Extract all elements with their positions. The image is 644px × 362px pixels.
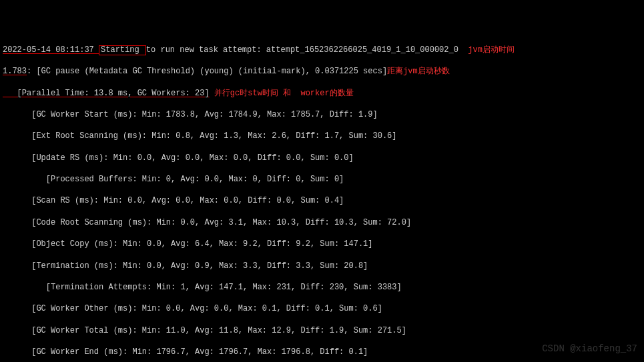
log-line: [Scan RS (ms): Min: 0.0, Avg: 0.0, Max: … bbox=[3, 195, 641, 206]
timestamp: 2022-05-14 08:11:37 bbox=[3, 45, 99, 55]
log-line: [GC Worker Start (ms): Min: 1783.8, Avg:… bbox=[3, 109, 641, 120]
log-line: [Code Root Scanning (ms): Min: 0.0, Avg:… bbox=[3, 217, 641, 228]
annotation-parallel-gc: 并行gc时stw时间 和 worker的数量 bbox=[214, 89, 354, 98]
log-line-3: [Parallel Time: 13.8 ms, GC Workers: 23]… bbox=[3, 88, 641, 99]
log-line: [GC Worker Other (ms): Min: 0.0, Avg: 0.… bbox=[3, 303, 641, 314]
log-line: [Object Copy (ms): Min: 0.0, Avg: 6.4, M… bbox=[3, 239, 641, 249]
log-line: [Update RS (ms): Min: 0.0, Avg: 0.0, Max… bbox=[3, 153, 641, 163]
log-line: [Ext Root Scanning (ms): Min: 0.8, Avg: … bbox=[3, 131, 641, 141]
log-line: [Termination Attempts: Min: 1, Avg: 147.… bbox=[3, 282, 641, 293]
log-text: to run new task attempt: attempt_1652362… bbox=[146, 45, 458, 55]
gc-time-offset: 1.783 bbox=[3, 67, 27, 76]
log-line: [Processed Buffers: Min: 0, Avg: 0.0, Ma… bbox=[3, 174, 641, 185]
annotation-seconds-since-jvm: 距离jvm启动秒数 bbox=[387, 67, 450, 76]
log-line: [GC Worker End (ms): Min: 1796.7, Avg: 1… bbox=[3, 347, 641, 357]
log-text: : [GC pause (Metadata GC Threshold) (you… bbox=[27, 67, 387, 76]
log-line-1: 2022-05-14 08:11:37 Starting to run new … bbox=[3, 45, 641, 55]
parallel-time-text: [Parallel Time: 13.8 ms, GC Workers: 23] bbox=[3, 89, 210, 98]
log-line-2: 1.783: [GC pause (Metadata GC Threshold)… bbox=[3, 66, 641, 77]
log-line: [Termination (ms): Min: 0.0, Avg: 0.9, M… bbox=[3, 261, 641, 271]
log-line: [GC Worker Total (ms): Min: 11.0, Avg: 1… bbox=[3, 325, 641, 336]
annotation-jvm-start-time: jvm启动时间 bbox=[468, 45, 515, 55]
starting-keyword: Starting bbox=[99, 45, 146, 55]
